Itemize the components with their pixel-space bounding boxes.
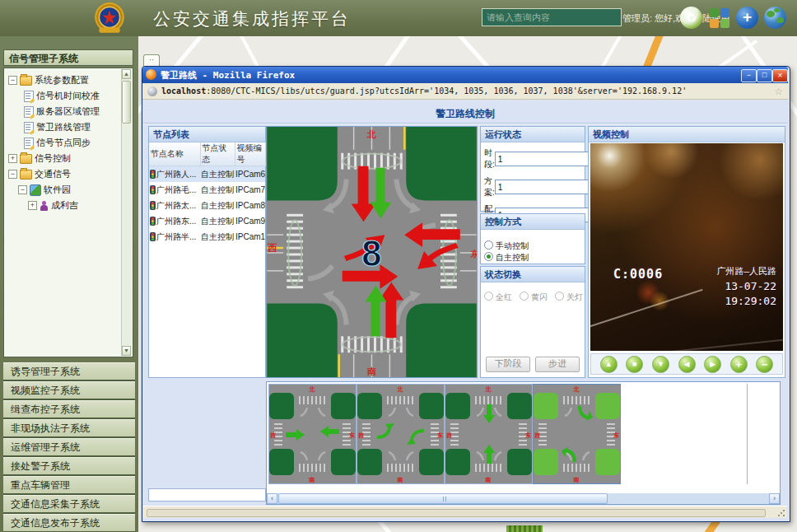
maximize-button[interactable]: □ bbox=[757, 69, 772, 82]
scroll-up-icon[interactable]: ▲ bbox=[122, 69, 131, 79]
tree-scrollbar[interactable]: ▲ ▼ bbox=[121, 69, 132, 356]
url-text[interactable]: localhost:8080/CTC-MICS/libs/utcs/guard.… bbox=[161, 86, 774, 96]
minimize-button[interactable]: − bbox=[741, 69, 757, 82]
cctv-video-feed[interactable]: C:0006 广州路—人民路 13-07-22 19:29:02 bbox=[590, 143, 783, 351]
tree-item-label: 交通信号 bbox=[35, 168, 71, 180]
expand-icon[interactable]: + bbox=[8, 154, 17, 163]
table-row[interactable]: 广州路人... 自主控制 IPCam6 bbox=[149, 166, 265, 183]
sidebar-tree-panel: − 系统参数配置 信号机时间校准 服务器区域管理 警卫路线管理 信号节点同步 bbox=[3, 68, 133, 357]
add-plus-icon[interactable]: + bbox=[736, 7, 758, 29]
ptz-left-button[interactable]: ◀ bbox=[678, 356, 696, 373]
sidebar-item-video-surveillance[interactable]: 视频监控子系统 bbox=[3, 381, 135, 400]
tree-item-label: 系统参数配置 bbox=[35, 74, 89, 86]
divider bbox=[143, 123, 787, 124]
status-field bbox=[147, 509, 766, 517]
collapse-icon[interactable]: − bbox=[8, 76, 17, 85]
col-video-id[interactable]: 视频编号 bbox=[235, 142, 265, 166]
folder-icon bbox=[20, 154, 32, 164]
node-status[interactable]: 自主控制 bbox=[200, 166, 235, 183]
collapse-icon[interactable]: − bbox=[18, 185, 27, 194]
next-phase-button[interactable]: 下阶段 bbox=[486, 357, 530, 372]
scrollbar-thumb[interactable] bbox=[122, 81, 131, 124]
ptz-zoom-out-button[interactable]: − bbox=[756, 356, 773, 373]
node-status[interactable]: 自主控制 bbox=[200, 182, 235, 198]
col-node-status[interactable]: 节点状态 bbox=[200, 142, 235, 166]
ptz-zoom-in-button[interactable]: + bbox=[730, 356, 748, 373]
yellow-flash-option[interactable]: 黄闪 bbox=[520, 288, 548, 303]
phase-thumbnail-1[interactable]: 北 西 东 南 bbox=[268, 384, 357, 484]
tree-item-folder[interactable]: + 信号控制 bbox=[6, 151, 131, 166]
node-cam: IPCam9 bbox=[235, 213, 265, 229]
ptz-down-button[interactable]: ▼ bbox=[652, 356, 669, 373]
all-red-option[interactable]: 全红 bbox=[484, 288, 512, 303]
tree-item-node[interactable]: + 成利吉 bbox=[6, 198, 131, 213]
traffic-light-icon bbox=[150, 232, 156, 241]
phase-thumbnail-4-active[interactable]: 北 西 东 南 bbox=[533, 384, 621, 484]
tree-item-leaf[interactable]: 信号节点同步 bbox=[6, 135, 131, 151]
horizontal-scrollbar[interactable]: ‹ › bbox=[267, 493, 780, 504]
sidebar-item-alarm-dispatch[interactable]: 接处警子系统 bbox=[3, 457, 135, 476]
table-row[interactable]: 广州路太... 自主控制 IPCam8 bbox=[149, 198, 265, 213]
tree-item-label: 服务器区域管理 bbox=[36, 105, 100, 118]
tree-item-leaf[interactable]: 服务器区域管理 bbox=[6, 104, 131, 119]
resize-grip[interactable] bbox=[777, 509, 785, 517]
lights-off-option[interactable]: 关灯 bbox=[555, 288, 583, 303]
close-button[interactable]: × bbox=[772, 69, 788, 82]
radio-checked-icon[interactable] bbox=[484, 252, 493, 261]
sidebar-item-investigation[interactable]: 缉查布控子系统 bbox=[3, 400, 135, 419]
table-row[interactable]: 广州路半... 自主控制 IPCam10 bbox=[149, 229, 265, 245]
url-rest: :8080/CTC-MICS/libs/utcs/guard.jsp?utcsI… bbox=[206, 86, 687, 96]
ptz-up-button[interactable]: ▲ bbox=[600, 356, 618, 373]
globe-icon[interactable] bbox=[764, 7, 786, 29]
radio-unchecked-icon[interactable] bbox=[484, 240, 493, 250]
ptz-right-button[interactable]: ▶ bbox=[704, 356, 721, 373]
node-status[interactable]: 自主控制 bbox=[200, 213, 235, 229]
scroll-down-icon[interactable]: ▼ bbox=[122, 346, 131, 356]
lights-off-label: 关灯 bbox=[566, 292, 583, 301]
traffic-light-icon bbox=[150, 217, 156, 226]
document-icon bbox=[24, 91, 34, 102]
sidebar-item-ops-maintenance[interactable]: 运维管理子系统 bbox=[3, 438, 135, 457]
col-node-name[interactable]: 节点名称 bbox=[149, 142, 200, 166]
apps-grid-icon[interactable] bbox=[710, 8, 729, 28]
collapse-icon[interactable]: − bbox=[8, 170, 17, 179]
url-bar[interactable]: localhost:8080/CTC-MICS/libs/utcs/guard.… bbox=[142, 83, 788, 100]
node-status[interactable]: 自主控制 bbox=[200, 229, 235, 245]
sidebar-item-traffic-release[interactable]: 交通信息发布子系统 bbox=[3, 514, 135, 532]
sidebar-item-traffic-collection[interactable]: 交通信息采集子系统 bbox=[3, 495, 135, 514]
document-icon bbox=[24, 138, 34, 149]
phase-thumbnail-3[interactable]: 北 西 东 南 bbox=[445, 384, 533, 484]
table-row[interactable]: 广州路东... 自主控制 IPCam9 bbox=[149, 213, 265, 229]
tree-item-leaf[interactable]: 信号机时间校准 bbox=[6, 88, 131, 104]
tree-item-site[interactable]: − 软件园 bbox=[6, 182, 131, 198]
manual-control-option[interactable]: 手动控制 bbox=[482, 239, 583, 250]
scroll-left-icon[interactable]: ‹ bbox=[267, 493, 277, 504]
node-status[interactable]: 自主控制 bbox=[200, 198, 235, 213]
traffic-light-icon bbox=[150, 185, 156, 194]
divider bbox=[747, 384, 748, 484]
tree-item-folder[interactable]: − 交通信号 bbox=[6, 166, 131, 182]
auto-control-option[interactable]: 自主控制 bbox=[482, 250, 583, 262]
table-row[interactable]: 广州路毛... 自主控制 IPCam7 bbox=[149, 182, 265, 198]
expand-icon[interactable]: + bbox=[28, 201, 37, 210]
sidebar-item-guidance[interactable]: 诱导管理子系统 bbox=[3, 362, 135, 381]
tree-item-leaf[interactable]: 警卫路线管理 bbox=[6, 119, 131, 135]
label-south: 南 bbox=[366, 366, 376, 376]
search-input[interactable] bbox=[482, 8, 622, 26]
scroll-right-icon[interactable]: › bbox=[769, 493, 780, 504]
node-cam: IPCam7 bbox=[235, 182, 265, 198]
ptz-stop-button[interactable]: ■ bbox=[626, 356, 643, 373]
bookmark-star-icon[interactable]: ☆ bbox=[774, 86, 783, 97]
window-tab-dots[interactable]: ·· bbox=[143, 54, 160, 67]
phase-thumbnail-2[interactable]: 北 西 东 南 bbox=[357, 384, 445, 484]
node-cam: IPCam8 bbox=[235, 198, 265, 213]
window-titlebar[interactable]: 警卫路线 - Mozilla Firefox − □ × bbox=[142, 67, 788, 83]
sidebar-item-offsite-enforcement[interactable]: 非现场执法子系统 bbox=[3, 419, 135, 438]
sidebar-active-system-header[interactable]: 信号管理子系统 bbox=[3, 49, 133, 66]
sidebar-item-key-vehicle[interactable]: 重点车辆管理 bbox=[3, 476, 135, 495]
refresh-recycle-icon[interactable]: ♻ bbox=[680, 7, 702, 29]
label-south: 南 bbox=[397, 477, 403, 483]
tree-item-root[interactable]: − 系统参数配置 bbox=[6, 72, 131, 88]
step-button[interactable]: 步进 bbox=[535, 357, 580, 372]
scrollbar-thumb[interactable] bbox=[278, 493, 608, 504]
